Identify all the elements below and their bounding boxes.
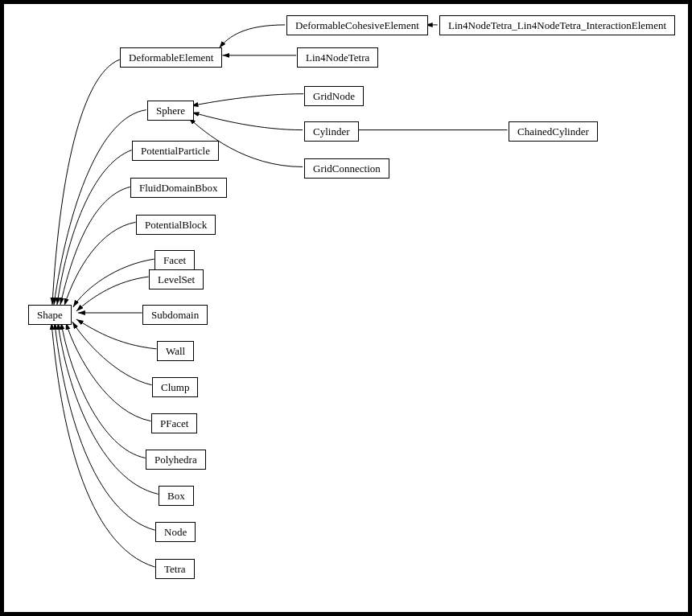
edge: [61, 322, 146, 458]
node-potentialparticle[interactable]: PotentialParticle: [132, 141, 219, 161]
node-potentialblock[interactable]: PotentialBlock: [136, 215, 216, 235]
edge: [57, 150, 132, 305]
node-deformable-cohesive-element[interactable]: DeformableCohesiveElement: [286, 15, 428, 35]
node-tetra[interactable]: Tetra: [155, 559, 195, 579]
edge: [76, 277, 149, 311]
edge: [55, 322, 155, 530]
node-lin4nodetetra[interactable]: Lin4NodeTetra: [297, 47, 378, 68]
node-chainedcylinder[interactable]: ChainedCylinder: [509, 121, 598, 142]
node-shape[interactable]: Shape: [28, 305, 72, 325]
edge: [219, 25, 285, 48]
node-deformable-element[interactable]: DeformableElement: [120, 47, 222, 68]
node-subdomain[interactable]: Subdomain: [142, 305, 208, 325]
edge: [54, 110, 146, 305]
node-lin4nodetetra-interaction[interactable]: Lin4NodeTetra_Lin4NodeTetra_InteractionE…: [439, 15, 675, 35]
edge: [64, 222, 136, 306]
edge: [52, 59, 123, 305]
edge: [72, 322, 152, 385]
node-node[interactable]: Node: [155, 522, 196, 542]
edge: [66, 322, 151, 421]
edge: [192, 94, 304, 106]
node-polyhedra[interactable]: Polyhedra: [146, 450, 206, 470]
edge: [192, 113, 303, 130]
node-gridnode[interactable]: GridNode: [304, 86, 364, 106]
node-wall[interactable]: Wall: [157, 341, 194, 361]
node-sphere[interactable]: Sphere: [147, 101, 194, 121]
edge: [58, 322, 159, 494]
node-fluiddomainbbox[interactable]: FluidDomainBbox: [130, 178, 227, 198]
node-box[interactable]: Box: [159, 486, 194, 506]
diagram-canvas: Shape DeformableElement DeformableCohesi…: [3, 3, 689, 613]
node-clump[interactable]: Clump: [152, 377, 198, 397]
edge: [51, 322, 155, 567]
node-pfacet[interactable]: PFacet: [151, 413, 197, 433]
node-levelset[interactable]: LevelSet: [149, 269, 204, 290]
node-cylinder[interactable]: Cylinder: [304, 121, 359, 142]
edge: [60, 187, 130, 305]
edge: [73, 259, 154, 307]
node-gridconnection[interactable]: GridConnection: [304, 158, 389, 179]
node-facet[interactable]: Facet: [154, 250, 195, 270]
